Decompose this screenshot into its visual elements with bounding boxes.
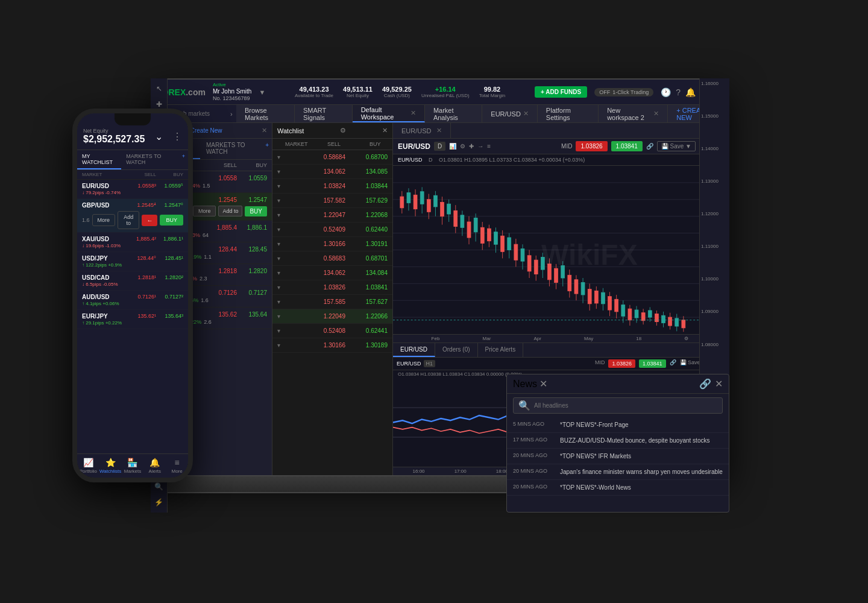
arrow-icon[interactable]: → (477, 143, 483, 150)
market-row-3[interactable]: ▾ 157.582 157.629 (272, 194, 392, 208)
trading-label: 1-Click Trading (612, 89, 649, 95)
chart-tab-close[interactable]: ✕ (436, 127, 442, 134)
wl-eurusd-sell: 1.0558 (207, 175, 237, 182)
watchlist-close-icon[interactable]: ✕ (262, 127, 267, 134)
svg-rect-26 (454, 210, 458, 226)
tab-eurusd-mini[interactable]: EUR/USD (393, 343, 435, 357)
phone-expand-icon[interactable]: ⌄ (155, 131, 163, 142)
candlestick-icon[interactable]: 📊 (449, 143, 456, 150)
news-item-4[interactable]: 20 MINS AGO Japan's finance minister war… (507, 464, 729, 476)
tab-market-analysis[interactable]: Market Analysis (425, 105, 482, 122)
search-submit-icon[interactable]: › (230, 110, 233, 118)
chart-settings-bottom[interactable]: ⚙ (684, 336, 688, 341)
wl-add-to-button[interactable]: Add to (218, 206, 242, 216)
phone-nav-portfolio[interactable]: 📈 Portfolio (77, 454, 99, 478)
market-row-0[interactable]: ▾ 0.58684 0.68700 (272, 150, 392, 165)
market-row-1[interactable]: ▾ 134.062 134.085 (272, 165, 392, 179)
phone-tab-markets[interactable]: MARKETS TO WATCH (121, 150, 178, 169)
mini-buy-btn[interactable]: 1.03841 (639, 359, 666, 368)
phone-tab-my-watchlist[interactable]: MY WATCHLIST (77, 150, 121, 169)
market-row-buy: 134.084 (345, 270, 388, 276)
phone-row-audusd[interactable]: AUD/USD 0.7126¹ 0.7127² ↑ 4.1pips +0.06% (77, 291, 188, 310)
phone-nav-watchlists[interactable]: ⭐ Watchlists (99, 454, 122, 478)
news-search-input[interactable] (534, 402, 717, 409)
tab-new-workspace[interactable]: New workspace 2 ✕ (599, 105, 668, 122)
crosshair-icon[interactable]: ✚ (469, 143, 474, 150)
timeframe-button[interactable]: D (434, 142, 445, 151)
mini-mid-label: MID (595, 359, 605, 368)
tab-default-workspace[interactable]: Default Workspace ✕ (353, 105, 425, 122)
settings-gear-icon[interactable]: ⚙ (460, 143, 465, 150)
svg-rect-34 (480, 227, 484, 243)
tab-price-alerts[interactable]: Price Alerts (478, 343, 524, 357)
nav-bar: 🔍 › Browse Markets SMART Signals Default… (152, 105, 728, 123)
tab-markets-to-watch[interactable]: MARKETS TO WATCH (200, 139, 262, 159)
news-item-3[interactable]: 20 MINS AGO *TOP NEWS* IFR Markets (507, 449, 729, 464)
phone-row-eurjpy[interactable]: EUR/JPY 135.62¹ 135.64³ ↑ 29.1pips +0.22… (77, 310, 188, 329)
market-row-arrow: ▾ (277, 313, 289, 320)
market-close-icon[interactable]: ✕ (382, 127, 388, 134)
market-row-4[interactable]: ▾ 1.22047 1.22068 (272, 208, 392, 223)
buy-price-button[interactable]: 1.03841 (611, 141, 643, 151)
more-tools-icon[interactable]: ≡ (487, 143, 491, 150)
news-close-icon[interactable]: ✕ (715, 378, 723, 390)
market-row-7[interactable]: ▾ 0.58683 0.68701 (272, 251, 392, 266)
unrealised-pnl: +16.14 Unrealised P&L (USD) (421, 86, 470, 98)
gear-icon[interactable]: ⚙ (340, 127, 346, 134)
market-row-9[interactable]: ▾ 1.03826 1.03841 (272, 280, 392, 295)
notification-icon[interactable]: 🔔 (685, 87, 696, 97)
sell-price-button[interactable]: 1.03826 (576, 141, 607, 151)
wl-buy-button[interactable]: BUY (245, 206, 267, 216)
phone-more-btn[interactable]: More (92, 214, 116, 226)
news-tab-close[interactable]: ✕ (539, 378, 547, 390)
chart-toolbar: EUR/USD D 📊 ⚙ ✚ → ≡ MID 1.03826 1.03841 … (393, 139, 728, 154)
link-icon[interactable]: 🔗 (646, 143, 653, 150)
news-link-icon[interactable]: 🔗 (699, 378, 711, 390)
market-row-8[interactable]: ▾ 134.062 134.084 (272, 266, 392, 280)
phone-menu-icon[interactable]: ⋮ (172, 131, 182, 142)
phone-buy-btn[interactable]: BUY (160, 215, 183, 226)
tab-browse-markets[interactable]: Browse Markets (236, 105, 295, 122)
clock-icon[interactable]: 🕐 (661, 87, 671, 97)
market-row-13[interactable]: ▾ 1.30166 1.30189 (272, 338, 392, 353)
news-item-1[interactable]: 5 MINS AGO *TOP NEWS*-Front Page (507, 417, 729, 433)
phone-nav-more[interactable]: ≡ More (166, 454, 188, 478)
market-row-12[interactable]: ▾ 0.52408 0.62441 (272, 324, 392, 338)
market-row-buy: 134.085 (345, 168, 388, 175)
market-row-2[interactable]: ▾ 1.03824 1.03844 (272, 179, 392, 194)
phone-add-watchlist[interactable]: + (179, 150, 188, 169)
phone-sell-btn[interactable]: ← (142, 215, 157, 226)
tab-eurusd-chart[interactable]: EUR/USD ✕ (393, 123, 451, 138)
phone-nav-markets[interactable]: 🏪 Markets (122, 454, 144, 478)
svg-rect-24 (447, 204, 451, 214)
phone-row-xauusd[interactable]: XAU/USD 1,885.4² 1,886.1¹ ↓ 19.6pips -1.… (77, 233, 188, 252)
market-row-sell: 134.062 (303, 270, 345, 276)
save-dropdown[interactable]: 💾 Save ▼ (657, 141, 696, 151)
market-row-10[interactable]: ▾ 157.585 157.627 (272, 295, 392, 309)
market-row-11[interactable]: ▾ 1.22049 1.22066 (272, 309, 392, 324)
phone-nav-alerts[interactable]: 🔔 Alerts (143, 454, 166, 478)
phone-row-usdjpy[interactable]: USD/JPY 128.44⁰ 128.45¹ ↑ 122.2pips +0.9… (77, 252, 188, 271)
tab-smart-signals[interactable]: SMART Signals (295, 105, 353, 122)
wl-xauusd-sell: 1,885.4 (207, 224, 237, 231)
tab-platform-settings[interactable]: Platform Settings (538, 105, 599, 122)
add-funds-button[interactable]: + ADD FUNDS (535, 86, 587, 98)
mini-link-icon[interactable]: 🔗 (670, 359, 676, 368)
trading-toggle[interactable]: OFF 1-Click Trading (594, 88, 653, 96)
account-dropdown-icon[interactable]: ▼ (259, 89, 265, 96)
help-icon[interactable]: ? (676, 87, 681, 97)
phone-row-usdcad[interactable]: USD/CAD 1.2818¹ 1.2820² ↓ 6.5pips -0.05% (77, 271, 188, 291)
mini-tf[interactable]: H1 (424, 360, 436, 367)
market-row-6[interactable]: ▾ 1.30166 1.30191 (272, 237, 392, 251)
add-watchlist-icon[interactable]: + (262, 139, 272, 159)
news-item-2[interactable]: 17 MINS AGO BUZZ-AUD/USD-Muted bounce, d… (507, 433, 729, 449)
tab-eurusd[interactable]: EUR/USD ✕ (482, 105, 538, 122)
mini-sell-btn[interactable]: 1.03826 (608, 359, 635, 368)
create-new-link[interactable]: Create New (190, 127, 222, 134)
market-row-5[interactable]: ▾ 0.52409 0.62440 (272, 223, 392, 237)
phone-row-gbpusd-expanded[interactable]: GBP/USD 1.2545⁴ 1.2547⁰ 1.6 More Add to … (77, 199, 188, 233)
phone-add-to-btn[interactable]: Add to (118, 211, 139, 229)
phone-row-eurusd[interactable]: EUR/USD 1.0558³ 1.0559⁵ ↓ 79.2pips -0.74… (77, 180, 188, 199)
wl-more-button[interactable]: More (193, 206, 216, 216)
tab-orders[interactable]: Orders (0) (435, 343, 478, 357)
